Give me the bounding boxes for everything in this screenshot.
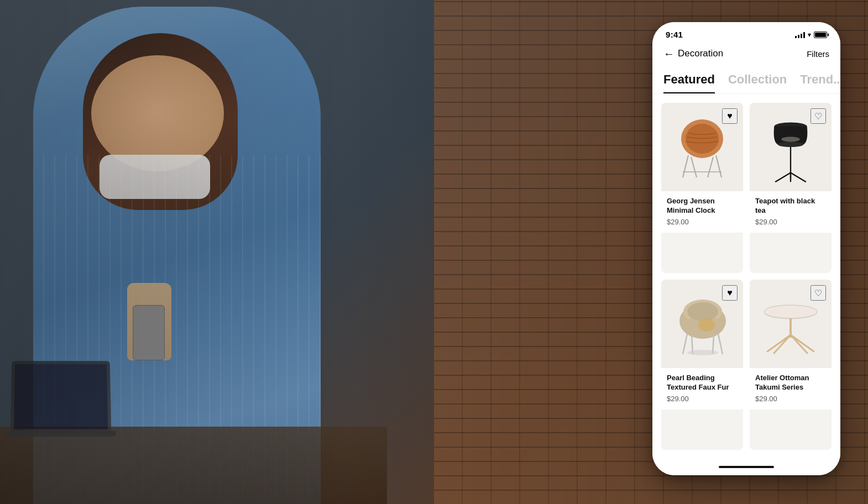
svg-point-8 [778, 142, 803, 147]
product-price-3: $29.00 [667, 395, 738, 403]
svg-point-13 [781, 136, 799, 141]
signal-icon [795, 32, 805, 38]
svg-line-19 [683, 334, 687, 354]
svg-line-28 [791, 335, 814, 351]
tab-collection[interactable]: Collection [728, 66, 787, 93]
battery-icon [814, 32, 827, 38]
wifi-icon: ▾ [808, 31, 811, 39]
status-bar: 9:41 ▾ [652, 22, 840, 44]
svg-line-3 [716, 155, 721, 177]
battery-fill [815, 33, 826, 37]
back-arrow-icon: ← [663, 48, 674, 59]
product-image-2: ♡ [750, 103, 832, 191]
table-svg [757, 293, 824, 354]
svg-point-17 [687, 302, 718, 321]
tab-featured[interactable]: Featured [663, 66, 715, 93]
tab-bar: Featured Collection Trend... [652, 66, 840, 94]
product-image-4: ♡ [750, 280, 832, 368]
product-name-3: Pearl Beading Textured Faux Fur [667, 374, 738, 392]
product-info-2: Teapot with black tea $29.00 [750, 191, 832, 233]
svg-line-20 [718, 334, 723, 354]
heart-outline-icon: ♡ [814, 111, 822, 122]
status-icons: ▾ [795, 31, 827, 39]
favorite-button-1[interactable]: ♥ [722, 108, 738, 124]
product-price-2: $29.00 [755, 218, 826, 226]
product-image-1: ♥ [661, 103, 743, 191]
svg-point-18 [698, 318, 715, 332]
favorite-button-4[interactable]: ♡ [811, 285, 826, 301]
status-time: 9:41 [666, 30, 683, 39]
tab-trending[interactable]: Trend... [800, 66, 840, 93]
heart-filled-icon-2: ♥ [727, 288, 733, 298]
product-card-3[interactable]: ♥ [661, 280, 743, 450]
chair1-svg [672, 114, 733, 180]
back-button[interactable]: ← Decoration [663, 48, 723, 59]
home-indicator [652, 459, 840, 475]
product-name-2: Teapot with black tea [755, 197, 826, 216]
nav-header: ← Decoration Filters [652, 44, 840, 66]
heart-outline-icon-2: ♡ [814, 288, 822, 298]
svg-line-2 [683, 155, 688, 177]
heart-filled-icon: ♥ [727, 111, 733, 121]
product-image-3: ♥ [661, 280, 743, 368]
favorite-button-2[interactable]: ♡ [811, 108, 826, 124]
filters-button[interactable]: Filters [807, 49, 829, 59]
lamp-svg [763, 111, 818, 183]
svg-point-23 [687, 350, 718, 355]
product-info-4: Atelier Ottoman Takumi Series $29.00 [750, 368, 832, 410]
products-grid: ♥ [652, 94, 840, 459]
product-price-4: $29.00 [755, 395, 826, 403]
chair2-svg [671, 291, 734, 357]
svg-line-4 [691, 157, 697, 177]
svg-line-11 [791, 172, 806, 182]
svg-line-10 [775, 172, 791, 182]
product-info-3: Pearl Beading Textured Faux Fur $29.00 [661, 368, 743, 410]
favorite-button-3[interactable]: ♥ [722, 285, 738, 301]
phone-mockup: 9:41 ▾ ← Decoration Filters Featured C [652, 22, 840, 475]
page-title: Decoration [678, 48, 723, 59]
svg-line-27 [767, 335, 791, 351]
home-bar [719, 466, 774, 468]
product-name-4: Atelier Ottoman Takumi Series [755, 374, 826, 392]
product-price-1: $29.00 [667, 218, 738, 226]
product-card-2[interactable]: ♡ Teapot w [750, 103, 832, 273]
product-card-4[interactable]: ♡ Atelier [750, 280, 832, 450]
svg-line-5 [708, 157, 713, 177]
product-card-1[interactable]: ♥ [661, 103, 743, 273]
product-name-1: Georg Jensen Minimal Clock [667, 197, 738, 216]
product-info-1: Georg Jensen Minimal Clock $29.00 [661, 191, 743, 233]
